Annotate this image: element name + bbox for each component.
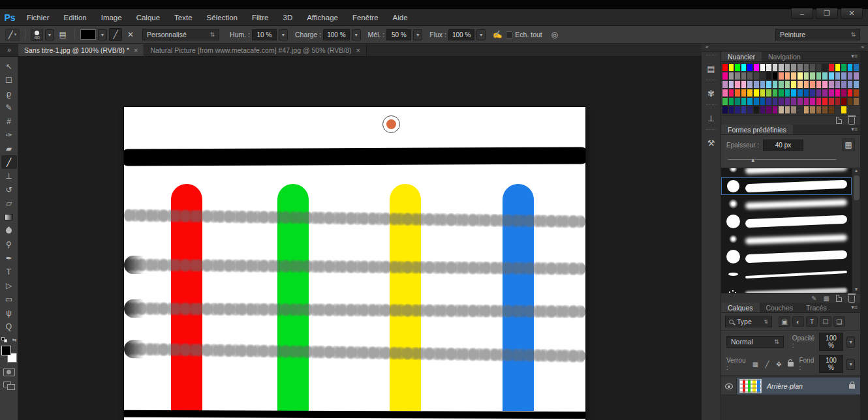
document-tab-1[interactable]: Sans titre-1.jpg @ 100% (RVB/8) *×	[18, 44, 144, 56]
swatch-r2-c21[interactable]	[847, 72, 854, 80]
brush-preset-row-6[interactable]	[721, 248, 852, 265]
eye-icon[interactable]	[725, 383, 733, 389]
menu-selection[interactable]: Sélection	[200, 9, 245, 25]
minimize-button[interactable]: –	[791, 8, 813, 19]
load-brush-icon[interactable]: ╱	[109, 28, 122, 41]
swatch-r5-c17[interactable]	[822, 97, 828, 106]
swatch-r4-c16[interactable]	[816, 89, 822, 97]
lasso-tool[interactable]: ϱ	[1, 87, 17, 100]
brush-stroke-preview-icon[interactable]: ✎	[811, 295, 816, 302]
lock-transparency-icon[interactable]: ▦	[750, 359, 760, 369]
swatch-r1-c19[interactable]	[835, 63, 841, 72]
restore-button[interactable]: ❐	[816, 8, 838, 19]
swatch-r3-c9[interactable]	[772, 80, 779, 89]
swatch-r4-c2[interactable]	[728, 89, 735, 97]
clean-brush-icon[interactable]: ✕	[124, 28, 137, 41]
swatch-r1-c22[interactable]	[853, 63, 860, 72]
tab-nuancier[interactable]: Nuancier	[721, 52, 762, 61]
swatch-r1-c4[interactable]	[741, 63, 747, 72]
swatch-r4-c4[interactable]	[741, 89, 747, 97]
brush-picker-caret[interactable]: ▼	[45, 29, 54, 40]
swatch-r1-c21[interactable]	[847, 63, 854, 72]
swatch-r3-c13[interactable]	[797, 80, 803, 89]
lock-position-icon[interactable]: ✥	[773, 359, 784, 369]
swatch-r4-c21[interactable]	[847, 89, 854, 97]
swatch-r3-c6[interactable]	[753, 80, 760, 89]
field-caret-hum[interactable]: ▼	[279, 29, 288, 40]
layers-panel-menu-icon[interactable]: ▾≡	[851, 304, 858, 310]
field-value-flux[interactable]: 100 %	[448, 29, 474, 40]
sample-all-layers-checkbox[interactable]	[506, 31, 513, 38]
screen-mode-button[interactable]	[3, 382, 15, 390]
swatch-r1-c17[interactable]	[822, 63, 828, 72]
swatch-r2-c1[interactable]	[722, 72, 728, 80]
swatch-r1-c18[interactable]	[828, 63, 835, 72]
menu-texte[interactable]: Texte	[167, 9, 200, 25]
tool-presets-panel-icon[interactable]: ⚒	[704, 135, 719, 151]
swatch-r1-c10[interactable]	[778, 63, 784, 72]
brush-preset-row-4[interactable]	[721, 213, 852, 230]
field-value-mel[interactable]: 50 %	[386, 29, 411, 40]
swatch-r5-c13[interactable]	[797, 97, 803, 106]
swatch-r2-c14[interactable]	[803, 72, 810, 80]
swatches-panel-menu-icon[interactable]: ▾≡	[851, 53, 858, 59]
move-tool[interactable]: ↖	[1, 59, 17, 73]
swatch-r6-c7[interactable]	[760, 106, 766, 114]
scroll-down-icon[interactable]: ▼	[854, 287, 859, 292]
type-tool[interactable]: T	[1, 265, 17, 278]
swatch-r6-c17[interactable]	[822, 106, 828, 114]
menu-calque[interactable]: Calque	[129, 9, 167, 25]
layer-thumbnail[interactable]	[739, 379, 762, 393]
swatch-r3-c22[interactable]	[853, 80, 860, 89]
swatch-r4-c22[interactable]	[853, 89, 860, 97]
lock-pixels-icon[interactable]: ╱	[762, 359, 772, 369]
brush-preset-row-5[interactable]	[721, 230, 852, 248]
swatch-r5-c6[interactable]	[753, 97, 760, 106]
menu-edition[interactable]: Edition	[57, 9, 94, 25]
swatch-r1-c15[interactable]	[809, 63, 816, 72]
swatch-r3-c2[interactable]	[728, 80, 735, 89]
swatch-r5-c9[interactable]	[772, 97, 779, 106]
swatch-r6-c16[interactable]	[816, 106, 822, 114]
swatch-r3-c18[interactable]	[828, 80, 835, 89]
menu-fichier[interactable]: Fichier	[20, 9, 57, 25]
document-tab-2[interactable]: Natural Picture [from www.metacafe.com] …	[144, 44, 367, 56]
swatch-r2-c11[interactable]	[784, 72, 791, 80]
menu-3d[interactable]: 3D	[275, 9, 300, 25]
swatch-r5-c7[interactable]	[760, 97, 766, 106]
delete-brush-icon[interactable]	[848, 295, 855, 303]
swatch-r5-c18[interactable]	[828, 97, 835, 106]
filter-pixel-layers-icon[interactable]: ▣	[779, 316, 790, 327]
brush-list-scrollbar[interactable]: ▲ ▼	[852, 168, 860, 293]
swatch-r1-c11[interactable]	[784, 63, 791, 72]
swatch-r2-c18[interactable]	[828, 72, 835, 80]
blur-tool[interactable]	[1, 224, 17, 237]
layer-row-arriere-plan[interactable]: Arrière-plan	[721, 378, 860, 395]
swatch-r6-c20[interactable]	[841, 106, 847, 114]
swatch-r4-c15[interactable]	[809, 89, 816, 97]
swatch-r5-c15[interactable]	[809, 97, 816, 106]
opacity-caret[interactable]: ▼	[846, 337, 855, 348]
swatch-r2-c8[interactable]	[766, 72, 772, 80]
swatch-r4-c5[interactable]	[747, 89, 753, 97]
blend-mode-select[interactable]: Normal ⇅	[726, 336, 784, 348]
swatch-r2-c15[interactable]	[809, 72, 816, 80]
swatch-r5-c2[interactable]	[728, 97, 735, 106]
brush-tool[interactable]: ╱	[1, 155, 17, 169]
swatch-r1-c9[interactable]	[772, 63, 779, 72]
swatch-r6-c11[interactable]	[784, 106, 791, 114]
swatch-r5-c4[interactable]	[741, 97, 747, 106]
swatch-r4-c19[interactable]	[835, 89, 841, 97]
swatch-r1-c16[interactable]	[816, 63, 822, 72]
swatch-r2-c3[interactable]	[734, 72, 741, 80]
swatch-r3-c5[interactable]	[747, 80, 753, 89]
swatch-r5-c22[interactable]	[853, 97, 860, 106]
swatch-r2-c20[interactable]	[841, 72, 847, 80]
tab-traces[interactable]: Tracés	[799, 303, 833, 312]
swatch-r6-c15[interactable]	[809, 106, 816, 114]
field-value-hum[interactable]: 10 %	[252, 29, 277, 40]
brush-preset-row-2[interactable]	[721, 177, 852, 195]
swatch-r3-c17[interactable]	[822, 80, 828, 89]
field-caret-charge[interactable]: ▼	[352, 29, 361, 40]
swatch-r6-c10[interactable]	[778, 106, 784, 114]
